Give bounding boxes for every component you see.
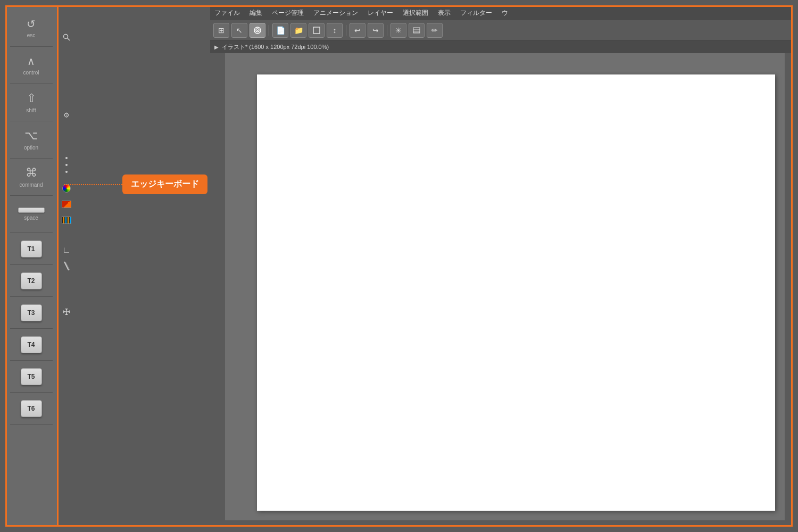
canvas-area[interactable] xyxy=(225,53,791,527)
key-shift[interactable]: ⇧ shift xyxy=(10,84,53,121)
toolbar-rect-btn[interactable] xyxy=(309,23,325,38)
toolbar-folder-btn[interactable]: 📁 xyxy=(290,23,306,38)
toolbar-starburst-btn[interactable]: ✳ xyxy=(390,23,406,38)
toolbar-undo-btn[interactable]: ↩ xyxy=(350,23,365,38)
tooltip-container: エッジキーボード xyxy=(64,174,207,194)
rect-icon xyxy=(313,27,320,34)
t6-button: T6 xyxy=(21,400,42,417)
tool-gear[interactable]: ⚙ xyxy=(60,109,73,121)
key-command[interactable]: ⌘ command xyxy=(10,159,53,196)
option-label: option xyxy=(24,145,38,151)
svg-point-2 xyxy=(257,30,258,31)
tabbar: ▶ イラスト* (1600 x 1200px 72dpi 100.0%) xyxy=(210,40,791,53)
toolbar-sep-3 xyxy=(387,25,387,36)
key-control[interactable]: ∧ control xyxy=(10,47,53,84)
menu-extra[interactable]: ウ xyxy=(502,9,508,18)
toolbar-arrow-btn[interactable]: ↕ xyxy=(327,23,343,38)
esc-icon: ↺ xyxy=(27,18,36,30)
key-esc[interactable]: ↺ esc xyxy=(10,10,53,47)
key-t1[interactable]: T1 xyxy=(10,233,53,265)
tab-arrow: ▶ xyxy=(214,44,219,50)
wand-icon xyxy=(62,261,71,271)
toolbar-brush-btn[interactable]: ✏ xyxy=(427,23,443,38)
key-t6[interactable]: T6 xyxy=(10,393,53,425)
t4-button: T4 xyxy=(21,336,42,353)
t2-button: T2 xyxy=(21,272,42,289)
layers-icon xyxy=(412,26,421,35)
vertical-scrollbar[interactable] xyxy=(785,53,791,520)
menu-animation[interactable]: アニメーション xyxy=(313,9,358,18)
menu-view[interactable]: 表示 xyxy=(438,9,451,18)
menu-filter[interactable]: フィルター xyxy=(460,9,492,18)
transform-icon xyxy=(62,307,71,316)
space-bar-icon xyxy=(18,207,45,213)
toolbar-grid-btn[interactable]: ⊞ xyxy=(213,23,229,38)
t3-button: T3 xyxy=(21,304,42,321)
film-icon xyxy=(62,217,71,224)
key-t5[interactable]: T5 xyxy=(10,361,53,393)
menu-selection[interactable]: 選択範囲 xyxy=(403,9,428,18)
svg-marker-13 xyxy=(63,310,65,313)
search-icon xyxy=(63,34,70,41)
tool-pen[interactable]: ∟ xyxy=(60,244,73,256)
esc-label: esc xyxy=(27,32,36,38)
toolbar-redo-btn[interactable]: ↪ xyxy=(368,23,384,38)
keyboard-panel: ↺ esc ∧ control ⇧ shift ⌥ option ⌘ comma… xyxy=(5,5,59,527)
document-tab[interactable]: イラスト* (1600 x 1200px 72dpi 100.0%) xyxy=(222,43,329,51)
tool-film[interactable] xyxy=(60,214,73,227)
svg-rect-3 xyxy=(313,27,320,34)
tool-search[interactable] xyxy=(60,31,73,44)
toolbar-cursor-btn[interactable]: ↖ xyxy=(231,23,247,38)
t5-button: T5 xyxy=(21,368,42,385)
tool-transform[interactable] xyxy=(60,305,73,318)
svg-marker-15 xyxy=(65,309,68,310)
color-squares-icon xyxy=(62,201,71,208)
toolbar-sep-2 xyxy=(346,25,346,36)
horizontal-scrollbar[interactable] xyxy=(225,520,791,527)
tool-wand[interactable] xyxy=(60,260,73,272)
command-icon: ⌘ xyxy=(26,166,37,180)
shift-icon: ⇧ xyxy=(27,92,36,105)
control-label: control xyxy=(23,70,39,76)
key-space[interactable]: space xyxy=(10,196,53,233)
menu-layer[interactable]: レイヤー xyxy=(368,9,393,18)
svg-line-9 xyxy=(64,262,69,270)
toolbar-newdoc-btn[interactable]: 📄 xyxy=(272,23,288,38)
menu-page[interactable]: ページ管理 xyxy=(272,9,304,18)
menu-edit[interactable]: 編集 xyxy=(250,9,262,18)
menubar: ファイル 編集 ページ管理 アニメーション レイヤー 選択範囲 表示 フィルター… xyxy=(210,5,791,20)
control-icon: ∧ xyxy=(27,55,35,68)
tooltip-line xyxy=(64,184,122,185)
toolbar-sep-1 xyxy=(269,25,269,36)
toolbar: ⊞ ↖ 📄 📁 ↕ ↩ ↪ ✳ ✏ xyxy=(210,20,791,40)
menu-file[interactable]: ファイル xyxy=(214,9,240,18)
toolbar-spiral-btn[interactable] xyxy=(250,23,265,38)
t1-button: T1 xyxy=(21,240,42,257)
svg-line-8 xyxy=(68,38,70,41)
toolbar-layers-btn[interactable] xyxy=(409,23,425,38)
key-t3[interactable]: T3 xyxy=(10,297,53,329)
spiral-icon xyxy=(253,26,262,35)
svg-marker-16 xyxy=(65,313,68,315)
option-icon: ⌥ xyxy=(24,129,38,143)
key-t4[interactable]: T4 xyxy=(10,329,53,361)
key-option[interactable]: ⌥ option xyxy=(10,121,53,159)
canvas-document xyxy=(257,74,775,511)
svg-point-7 xyxy=(64,35,68,39)
svg-marker-14 xyxy=(68,310,70,313)
tool-dots[interactable] xyxy=(60,154,73,176)
shift-label: shift xyxy=(26,107,36,113)
key-t2[interactable]: T2 xyxy=(10,265,53,297)
tool-color-squares[interactable] xyxy=(60,198,73,211)
tooltip-bubble: エッジキーボード xyxy=(122,174,207,194)
space-label: space xyxy=(24,215,38,221)
tools-panel: ⚙ ∟ xyxy=(59,5,74,527)
command-label: command xyxy=(20,182,43,188)
